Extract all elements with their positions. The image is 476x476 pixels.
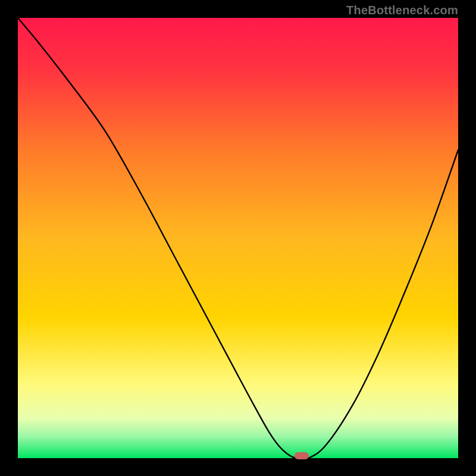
bottleneck-curve <box>18 18 458 458</box>
watermark-text: TheBottleneck.com <box>346 4 458 17</box>
optimal-marker <box>295 452 309 459</box>
chart-container: TheBottleneck.com <box>0 0 476 476</box>
plot-area <box>18 18 458 458</box>
